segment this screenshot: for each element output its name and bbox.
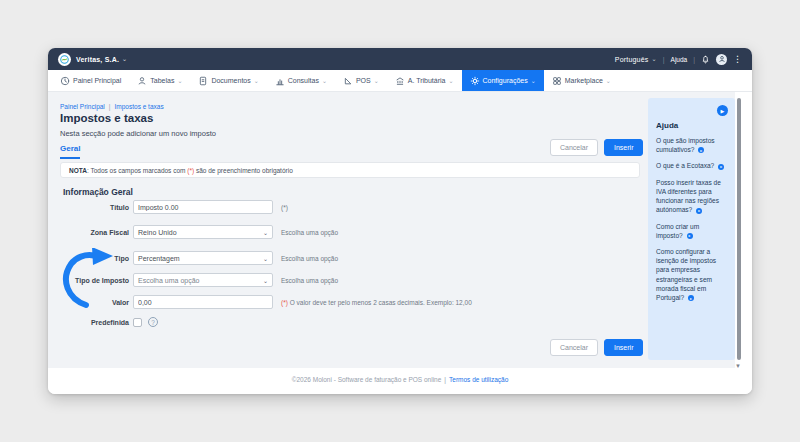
copyright-text: ©2026 Moloni - Software de faturação e P…: [292, 376, 442, 383]
person-icon: [137, 76, 147, 86]
company-logo-icon: [58, 53, 71, 66]
nav-item-painel-principal[interactable]: Painel Principal: [52, 70, 129, 91]
topbar: Veritas, S.A. ⌄ Português ⌄ | Ajuda | ⋮: [48, 48, 752, 70]
app-window: Veritas, S.A. ⌄ Português ⌄ | Ajuda | ⋮ …: [48, 48, 752, 394]
scrollbar-thumb[interactable]: [737, 98, 741, 360]
nav-item-marketplace[interactable]: Marketplace ⌄: [544, 70, 619, 91]
cancel-button[interactable]: Cancelar: [550, 339, 598, 356]
chevron-down-icon: ⌄: [254, 78, 259, 84]
terms-link[interactable]: Termos de utilização: [449, 376, 508, 383]
content-area: Painel Principal | Impostos e taxas Impo…: [48, 92, 735, 368]
bar-chart-icon: [275, 76, 285, 86]
company-selector[interactable]: Veritas, S.A. ⌄: [76, 56, 127, 63]
field-label-predefinida: Predefinida: [60, 319, 133, 326]
help-link-isencao-empresas-estrangeiras[interactable]: Como configurar a isenção de impostos pa…: [656, 247, 727, 302]
nav-item-configuracoes[interactable]: Configurações ⌄: [462, 70, 544, 91]
notifications-bell-icon[interactable]: [701, 55, 710, 64]
field-label-tipo: Tipo: [60, 255, 133, 262]
field-label-valor: Valor: [60, 299, 133, 306]
zona-fiscal-select[interactable]: Reino Unido ⌄: [133, 225, 273, 239]
chevron-down-icon: ⌄: [374, 78, 379, 84]
nav-item-pos[interactable]: POS ⌄: [335, 70, 387, 91]
valor-input[interactable]: [133, 295, 273, 309]
required-marker: (*): [187, 167, 194, 174]
insert-button[interactable]: Inserir: [604, 139, 643, 156]
grid-icon: [552, 76, 562, 86]
chevron-down-icon: ⌄: [263, 229, 268, 236]
form-row-titulo: Título (*): [60, 200, 288, 214]
form-row-zona-fiscal: Zona Fiscal Reino Unido ⌄ Escolha uma op…: [60, 225, 338, 239]
nav-item-consultas[interactable]: Consultas ⌄: [267, 70, 335, 91]
document-icon: [198, 76, 208, 86]
divider: |: [663, 56, 665, 63]
gear-icon: [470, 76, 480, 86]
help-link-impostos-cumulativos[interactable]: O que são impostos cumulativos? ▸: [656, 136, 727, 154]
chevron-down-icon: ⌄: [651, 56, 656, 62]
chevron-down-icon: ⌄: [606, 78, 611, 84]
chevron-down-icon: ⌄: [531, 78, 536, 84]
field-helper: Escolha uma opção: [281, 229, 338, 236]
main-nav: Painel Principal Tabelas ⌄ Documentos ⌄ …: [48, 70, 752, 92]
help-link-ecotaxa[interactable]: O que é a Ecotaxa? ▸: [656, 161, 727, 170]
field-label-tipo-de-imposto: Tipo de Imposto: [60, 277, 133, 284]
play-icon: ▸: [698, 147, 704, 153]
required-marker: (*): [281, 299, 288, 306]
tab-geral[interactable]: Geral: [60, 144, 80, 159]
field-label-titulo: Título: [60, 204, 133, 211]
nav-label: POS: [356, 77, 371, 84]
breadcrumb-link-painel-principal[interactable]: Painel Principal: [60, 103, 105, 110]
help-link-taxas-iva-regioes[interactable]: Posso inserir taxas de IVA diferentes pa…: [656, 178, 727, 215]
play-video-icon[interactable]: ▶: [717, 105, 728, 116]
chevron-down-icon: ⌄: [177, 78, 182, 84]
footer-separator: |: [444, 376, 446, 383]
user-avatar[interactable]: [716, 54, 727, 65]
note-text: : Todos os campos marcados com: [87, 167, 187, 174]
breadcrumb: Painel Principal | Impostos e taxas: [60, 103, 164, 110]
help-link-text: Posso inserir taxas de IVA diferentes pa…: [656, 179, 721, 214]
chevron-down-icon: ⌄: [322, 78, 327, 84]
predefinida-checkbox[interactable]: [133, 318, 142, 327]
breadcrumb-separator: |: [109, 103, 111, 110]
play-icon: ▸: [696, 208, 702, 214]
bottom-actions: Cancelar Inserir: [550, 339, 643, 356]
insert-button[interactable]: Inserir: [604, 339, 643, 356]
play-icon: ▸: [718, 164, 724, 170]
nav-item-tabelas[interactable]: Tabelas ⌄: [129, 70, 190, 91]
scrollbar-down-arrow-icon[interactable]: ▼: [735, 363, 741, 369]
help-panel-title: Ajuda: [656, 121, 727, 130]
note-label: NOTA: [69, 167, 87, 174]
section-title: Informação Geral: [63, 187, 133, 197]
nav-label: A. Tributária: [408, 77, 446, 84]
help-panel: ▶ Ajuda O que são impostos cumulativos? …: [648, 98, 735, 360]
help-question-icon[interactable]: ?: [148, 317, 158, 327]
nav-label: Consultas: [288, 77, 319, 84]
field-helper: O valor deve ter pelo menos 2 casas deci…: [290, 299, 472, 306]
bank-icon: [395, 76, 405, 86]
form-row-tipo-de-imposto: Tipo de Imposto Escolha uma opção ⌄ Esco…: [60, 273, 338, 287]
cancel-button[interactable]: Cancelar: [550, 139, 598, 156]
form-row-valor: Valor (*) O valor deve ter pelo menos 2 …: [60, 295, 472, 309]
breadcrumb-link-impostos[interactable]: Impostos e taxas: [115, 103, 164, 110]
help-link-text: Como criar um imposto?: [656, 223, 699, 239]
chevron-down-icon: ⌄: [449, 78, 454, 84]
form-row-tipo: Tipo Percentagem ⌄ Escolha uma opção: [60, 251, 338, 265]
nav-item-a-tributaria[interactable]: A. Tributária ⌄: [387, 70, 462, 91]
tipo-select[interactable]: Percentagem ⌄: [133, 251, 273, 265]
chevron-down-icon: ⌄: [263, 277, 268, 284]
nav-item-documentos[interactable]: Documentos ⌄: [190, 70, 266, 91]
set-square-icon: [343, 76, 353, 86]
help-link[interactable]: Ajuda: [671, 56, 688, 63]
help-link-criar-imposto[interactable]: Como criar um imposto? ▸: [656, 222, 727, 240]
titulo-input[interactable]: [133, 200, 273, 214]
clock-icon: [60, 76, 70, 86]
field-helper: Escolha uma opção: [281, 255, 338, 262]
nav-label: Configurações: [483, 77, 528, 84]
help-link-text: Como configurar a isenção de impostos pa…: [656, 248, 716, 301]
nav-label: Documentos: [211, 77, 250, 84]
language-label: Português: [615, 56, 649, 63]
language-selector[interactable]: Português ⌄: [615, 56, 657, 63]
chevron-down-icon: ⌄: [122, 56, 127, 62]
top-actions: Cancelar Inserir: [550, 139, 643, 156]
tipo-de-imposto-select[interactable]: Escolha uma opção ⌄: [133, 273, 273, 287]
more-options-kebab-icon[interactable]: ⋮: [733, 55, 742, 64]
